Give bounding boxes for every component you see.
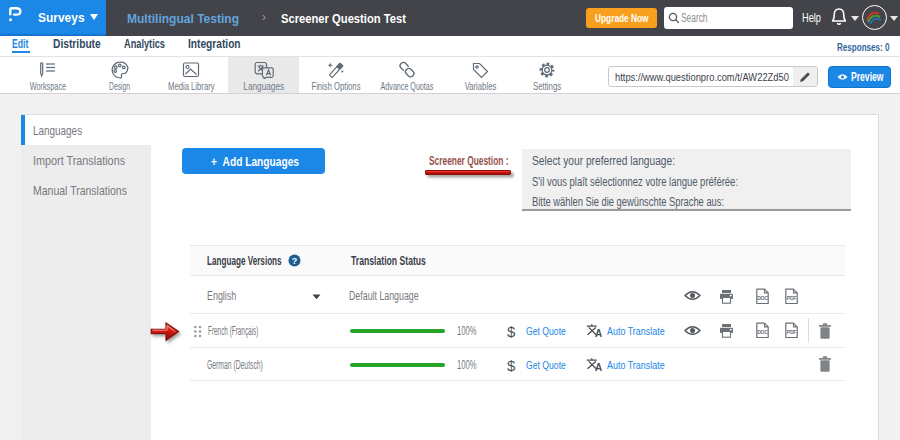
svg-text:DOC: DOC (757, 329, 768, 335)
svg-text:A: A (595, 362, 602, 372)
svg-text:?: ? (292, 256, 298, 266)
svg-text:PDF: PDF (787, 295, 797, 301)
svg-text:DOC: DOC (757, 295, 768, 301)
svg-text:A: A (595, 328, 602, 338)
svg-text:PDF: PDF (787, 329, 797, 335)
